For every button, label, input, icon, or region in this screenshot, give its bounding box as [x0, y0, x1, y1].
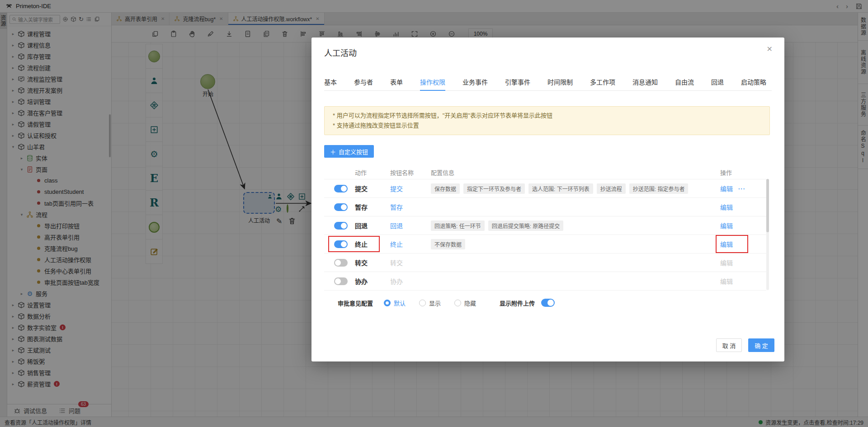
button-name-link[interactable]: 协办: [390, 277, 431, 286]
config-tags: 不保存数据: [431, 239, 714, 249]
toggle-回退[interactable]: [334, 222, 348, 230]
dialog-tab-业务事件[interactable]: 业务事件: [462, 77, 488, 90]
perm-row: 转交转交编辑: [324, 253, 766, 272]
config-tags: 保存数据指定下一环节及参与者选人范围: 下一环节列表抄送流程抄送范围: 指定参与…: [431, 183, 714, 194]
edit-link[interactable]: 编辑: [720, 277, 733, 286]
action-label: 提交: [355, 184, 368, 193]
edit-link[interactable]: 编辑: [720, 221, 733, 230]
radio-icon[interactable]: [384, 300, 391, 306]
action-label: 终止: [355, 239, 368, 249]
radio-option-隐藏[interactable]: 隐藏: [454, 299, 476, 307]
toggle-提交[interactable]: [334, 185, 348, 192]
config-tag: 抄送范围: 指定参与者: [629, 183, 689, 194]
radio-label: 显示: [429, 299, 441, 307]
perm-row: 提交提交保存数据指定下一环节及参与者选人范围: 下一环节列表抄送流程抄送范围: …: [324, 179, 766, 197]
radio-icon[interactable]: [454, 300, 461, 306]
dialog-tab-启动策略[interactable]: 启动策略: [741, 77, 766, 90]
permission-table: 动作按钮名称配置信息操作 提交提交保存数据指定下一环节及参与者选人范围: 下一环…: [324, 165, 766, 291]
button-name-link[interactable]: 回退: [390, 221, 431, 230]
custom-button-add[interactable]: ＋ 自定义按钮: [324, 145, 374, 158]
ops-cell: 编辑: [714, 277, 753, 286]
dialog-tabs: 基本参与者表单操作权限业务事件引擎事件时间限制多工作项消息通知自由流回退启动策略: [324, 77, 772, 91]
column-header: 按钮名称: [390, 168, 431, 177]
attachment-upload-label: 显示附件上传: [500, 299, 535, 307]
action-label: 协办: [355, 277, 368, 286]
dialog-tab-表单[interactable]: 表单: [390, 77, 403, 90]
edit-link[interactable]: 编辑: [720, 202, 733, 211]
dialog-tab-参与者[interactable]: 参与者: [354, 77, 373, 90]
action-cell: 终止: [334, 235, 390, 253]
dialog-tab-引擎事件[interactable]: 引擎事件: [505, 77, 530, 90]
dialog-tab-消息通知[interactable]: 消息通知: [632, 77, 658, 90]
manual-activity-dialog: 人工活动 ✕ 基本参与者表单操作权限业务事件引擎事件时间限制多工作项消息通知自由…: [311, 38, 784, 361]
notice-line-1: * 用户可以为流程指定环节选择所需按钮，"开关启用"表示对应环节表单将显示此按钮: [333, 111, 761, 121]
action-cell: 提交: [334, 179, 390, 197]
action-cell: 转交: [334, 253, 390, 272]
config-tag: 抄送流程: [597, 183, 626, 194]
radio-option-默认[interactable]: 默认: [384, 299, 406, 307]
dialog-tab-时间限制[interactable]: 时间限制: [547, 77, 573, 90]
config-tag: 选人范围: 下一环节列表: [528, 183, 593, 194]
perm-row: 终止终止不保存数据编辑: [324, 235, 766, 253]
toggle-转交[interactable]: [334, 259, 348, 267]
toggle-终止[interactable]: [334, 240, 348, 248]
edit-link[interactable]: 编辑: [720, 239, 733, 249]
button-name-link[interactable]: 转交: [390, 258, 431, 267]
dialog-tab-基本[interactable]: 基本: [324, 77, 337, 90]
column-header: 配置信息: [431, 168, 714, 177]
plus-icon: ＋: [330, 147, 336, 156]
table-scrollbar-thumb[interactable]: [766, 179, 769, 232]
opinion-config-row: 审批意见配置 默认显示隐藏 显示附件上传: [324, 296, 555, 310]
dialog-tab-多工作项[interactable]: 多工作项: [590, 77, 615, 90]
dialog-tab-自由流[interactable]: 自由流: [675, 77, 694, 90]
config-tag: 回退策略: 任一环节: [431, 221, 485, 231]
radio-option-显示[interactable]: 显示: [419, 299, 441, 307]
config-tag: 回退后提交策略: 原路径提交: [488, 221, 564, 231]
dialog-title: 人工活动: [324, 47, 357, 58]
button-name-link[interactable]: 暂存: [390, 202, 431, 211]
column-header: 动作: [334, 168, 390, 177]
edit-link[interactable]: 编辑: [720, 184, 733, 193]
perm-row: 暂存暂存编辑: [324, 197, 766, 216]
button-name-link[interactable]: 提交: [390, 184, 431, 193]
attachment-upload-toggle[interactable]: [541, 299, 555, 307]
ops-cell: 编辑: [714, 239, 753, 249]
perm-row: 协办协办编辑: [324, 272, 766, 290]
action-label: 转交: [355, 258, 368, 267]
more-actions-icon[interactable]: ···: [738, 185, 745, 192]
button-name-link[interactable]: 终止: [390, 239, 431, 249]
config-tag: 不保存数据: [431, 239, 465, 249]
ops-cell: 编辑: [714, 258, 753, 267]
action-cell: 协办: [334, 272, 390, 290]
action-label: 暂存: [355, 202, 368, 211]
config-tag: 指定下一环节及参与者: [463, 183, 525, 194]
ops-cell: 编辑···: [714, 184, 753, 193]
action-cell: 回退: [334, 216, 390, 235]
toggle-暂存[interactable]: [334, 203, 348, 211]
notice-line-2: * 支持通过拖拽改变按钮显示位置: [333, 121, 761, 131]
toggle-协办[interactable]: [334, 277, 348, 285]
action-cell: 暂存: [334, 198, 390, 216]
ok-button[interactable]: 确 定: [748, 338, 774, 352]
radio-label: 隐藏: [464, 299, 476, 307]
dialog-tab-回退[interactable]: 回退: [711, 77, 724, 90]
table-header-row: 动作按钮名称配置信息操作: [324, 165, 766, 179]
ops-cell: 编辑: [714, 202, 753, 211]
edit-link[interactable]: 编辑: [720, 258, 733, 267]
dialog-tab-操作权限[interactable]: 操作权限: [420, 77, 445, 90]
config-tags: 回退策略: 任一环节回退后提交策略: 原路径提交: [431, 221, 714, 231]
ops-cell: 编辑: [714, 221, 753, 230]
table-scrollbar[interactable]: [766, 179, 769, 290]
opinion-config-label: 审批意见配置: [338, 299, 373, 307]
radio-icon[interactable]: [419, 300, 426, 306]
cancel-button[interactable]: 取 消: [716, 338, 742, 352]
action-label: 回退: [355, 221, 368, 230]
close-icon[interactable]: ✕: [767, 45, 773, 53]
config-tag: 保存数据: [431, 183, 460, 194]
column-header: 操作: [714, 168, 753, 177]
app-root: Primeton-IDE ‹ › 资源 输入关键字搜索 ↻ ▸课程管理▸课程信息…: [0, 0, 868, 427]
notice-box: * 用户可以为流程指定环节选择所需按钮，"开关启用"表示对应环节表单将显示此按钮…: [324, 106, 770, 135]
perm-row: 回退回退回退策略: 任一环节回退后提交策略: 原路径提交编辑: [324, 216, 766, 235]
radio-label: 默认: [394, 299, 406, 307]
